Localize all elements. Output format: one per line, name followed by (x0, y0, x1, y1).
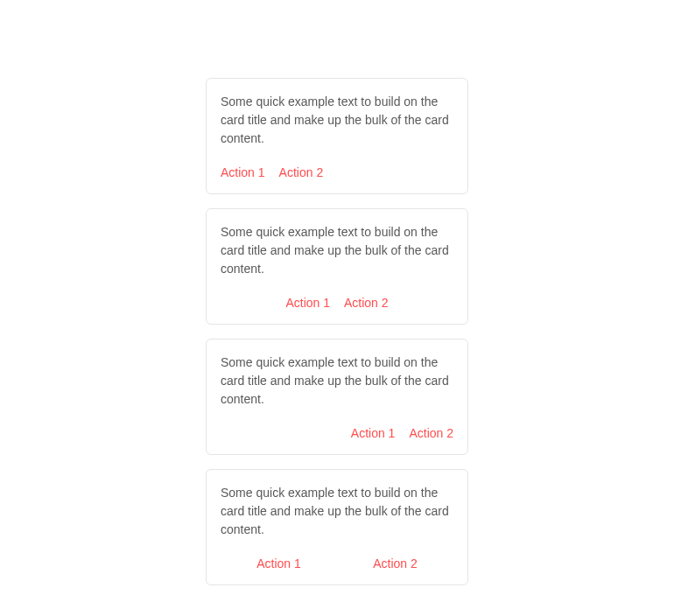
action-1-link[interactable]: Action 1 (351, 426, 396, 440)
card-list: Some quick example text to build on the … (206, 78, 468, 585)
card-right-aligned: Some quick example text to build on the … (206, 339, 468, 455)
action-2-link[interactable]: Action 2 (279, 165, 324, 179)
card-actions: Action 1 Action 2 (221, 426, 453, 440)
card-text: Some quick example text to build on the … (221, 354, 453, 409)
card-actions: Action 1 Action 2 (221, 556, 453, 570)
card-actions: Action 1 Action 2 (221, 296, 453, 310)
card-text: Some quick example text to build on the … (221, 223, 453, 278)
card-text: Some quick example text to build on the … (221, 484, 453, 539)
action-1-link[interactable]: Action 1 (256, 556, 301, 570)
card-left-aligned: Some quick example text to build on the … (206, 78, 468, 194)
action-1-link[interactable]: Action 1 (221, 165, 265, 179)
card-text: Some quick example text to build on the … (221, 93, 453, 148)
card-center-aligned: Some quick example text to build on the … (206, 208, 468, 325)
action-2-link[interactable]: Action 2 (344, 296, 389, 310)
action-1-link[interactable]: Action 1 (285, 296, 330, 310)
action-2-link[interactable]: Action 2 (409, 426, 453, 440)
card-actions: Action 1 Action 2 (221, 165, 453, 179)
card-spread-aligned: Some quick example text to build on the … (206, 469, 468, 585)
action-2-link[interactable]: Action 2 (373, 556, 418, 570)
